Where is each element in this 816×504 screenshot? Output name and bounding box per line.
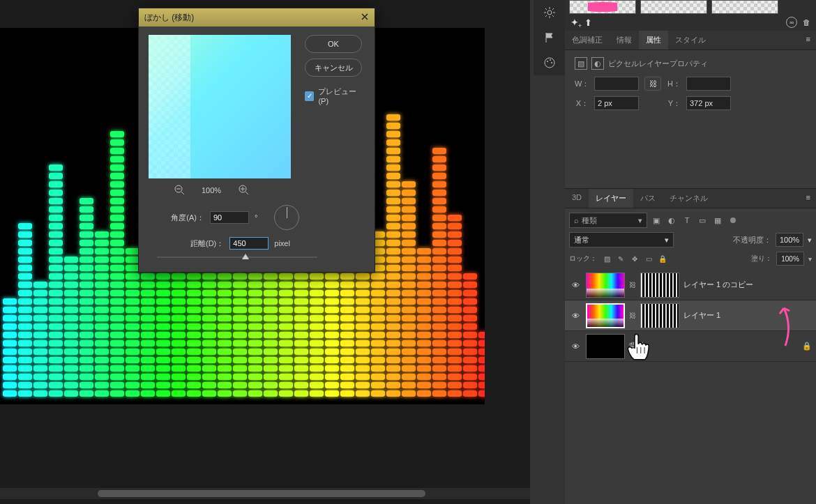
visibility-icon[interactable]: 👁 (569, 281, 582, 289)
zoom-in-icon[interactable] (238, 184, 249, 197)
svg-point-7 (547, 10, 552, 15)
properties-header: ピクセルレイヤープロパティ (608, 59, 708, 69)
tab-layers[interactable]: レイヤー (589, 189, 633, 208)
height-input[interactable] (686, 77, 731, 91)
layer-thumbnail[interactable] (586, 273, 625, 298)
distance-slider[interactable] (157, 257, 317, 258)
layer-filter-bar: ⌕ 種類 ▾ ▣ ◐ T ▭ ▦ (565, 208, 816, 232)
tab-style[interactable]: スタイル (668, 31, 713, 49)
trash-icon[interactable]: 🗑 (803, 18, 810, 26)
layer-item[interactable]: 👁 背景 🔒 (565, 331, 816, 362)
library-toolbar: ✦+ ⬆ ∞ 🗑 (565, 14, 816, 31)
lock-label: ロック： (569, 254, 597, 264)
angle-input[interactable] (210, 211, 249, 224)
motion-blur-dialog: ぼかし (移動) 100% 角度(A)： ° 距離(D)： pixel OK キ… (138, 8, 375, 273)
distance-unit: pixel (274, 239, 290, 247)
svg-point-10 (550, 59, 551, 61)
lock-transparency-icon[interactable]: ▨ (601, 253, 612, 264)
svg-line-4 (245, 192, 248, 194)
link-mask-icon[interactable]: ⛓ (629, 281, 636, 289)
filter-image-icon[interactable]: ▣ (650, 214, 663, 227)
ok-button[interactable]: OK (305, 35, 362, 53)
y-input[interactable] (686, 96, 731, 110)
y-label: Y： (667, 98, 681, 109)
panel-dock-icons (534, 0, 565, 75)
dialog-title: ぼかし (移動) (144, 12, 194, 24)
fill-value[interactable]: 100% (776, 252, 804, 266)
blend-mode-select[interactable]: 通常 ▾ (569, 232, 674, 247)
dialog-close-button[interactable] (361, 13, 369, 23)
fill-dropdown-icon[interactable]: ▾ (808, 255, 812, 263)
layer-filter-label: 種類 (582, 215, 597, 226)
visibility-icon[interactable]: 👁 (569, 312, 582, 320)
palette-icon[interactable] (534, 50, 565, 75)
tab-paths[interactable]: パス (633, 189, 663, 208)
mask-icon: ◐ (591, 57, 604, 70)
dialog-titlebar[interactable]: ぼかし (移動) (139, 8, 375, 26)
x-input[interactable] (594, 96, 639, 110)
panel-menu-icon[interactable]: ≡ (801, 31, 816, 49)
lock-artboard-icon[interactable]: ▭ (643, 253, 654, 264)
layer-name[interactable]: レイヤー 1 のコピー (683, 280, 753, 290)
visibility-icon[interactable]: 👁 (569, 342, 582, 351)
panel-menu-icon[interactable]: ≡ (801, 189, 816, 208)
link-mask-icon[interactable]: ⛓ (629, 312, 636, 319)
mask-thumbnail[interactable] (640, 273, 679, 298)
lock-all-icon[interactable]: 🔒 (657, 253, 668, 264)
layer-thumbnail[interactable] (586, 303, 625, 328)
layers-tabs: 3D レイヤー パス チャンネル ≡ (565, 188, 816, 208)
tab-3d[interactable]: 3D (565, 189, 589, 208)
canvas-horizontal-scrollbar[interactable] (0, 488, 530, 499)
flag-icon[interactable] (534, 25, 565, 50)
svg-point-11 (551, 62, 552, 63)
preview-checkbox-label: プレビュー(P) (318, 86, 365, 105)
tab-channels[interactable]: チャンネル (663, 189, 715, 208)
library-thumb[interactable] (711, 0, 778, 14)
blend-mode-value: 通常 (574, 235, 589, 245)
library-thumbnails (565, 0, 816, 14)
opacity-label: 不透明度： (733, 235, 771, 245)
filter-adjust-icon[interactable]: ◐ (665, 214, 678, 227)
filter-preview[interactable] (149, 35, 291, 178)
angle-unit: ° (255, 213, 257, 222)
layer-thumbnail[interactable] (586, 334, 625, 359)
filter-toggle[interactable] (727, 214, 739, 227)
properties-tabs: 色調補正 情報 属性 スタイル ≡ (565, 31, 816, 50)
upload-icon[interactable]: ⬆ (584, 17, 592, 28)
distance-label: 距離(D)： (190, 238, 224, 249)
lock-position-icon[interactable]: ✥ (629, 253, 640, 264)
layer-item[interactable]: 👁 ⛓ レイヤー 1 のコピー (565, 270, 816, 300)
properties-panel: ▧ ◐ ピクセルレイヤープロパティ W： ⛓ H： X： Y： (565, 50, 816, 110)
lock-icon: 🔒 (802, 342, 812, 351)
add-icon[interactable]: ✦+ (571, 17, 579, 28)
library-thumb[interactable] (569, 0, 636, 14)
tab-info[interactable]: 情報 (610, 31, 639, 49)
filter-shape-icon[interactable]: ▭ (696, 214, 709, 227)
svg-line-1 (181, 192, 184, 194)
opacity-dropdown-icon[interactable]: ▾ (808, 236, 812, 245)
gear-icon[interactable] (534, 0, 565, 25)
angle-dial[interactable] (274, 205, 299, 230)
filter-smart-icon[interactable]: ▦ (711, 214, 724, 227)
opacity-value[interactable]: 100% (776, 233, 803, 247)
search-icon: ⌕ (574, 216, 579, 224)
layer-filter-select[interactable]: ⌕ 種類 ▾ (569, 213, 647, 228)
link-wh-icon[interactable]: ⛓ (644, 77, 661, 91)
cloud-icon[interactable]: ∞ (786, 17, 797, 28)
tab-properties[interactable]: 属性 (639, 31, 668, 49)
mask-thumbnail[interactable] (640, 303, 679, 328)
layer-item[interactable]: 👁 ⛓ レイヤー 1 (565, 300, 816, 331)
distance-input[interactable] (229, 237, 269, 250)
zoom-out-icon[interactable] (174, 184, 185, 197)
filter-text-icon[interactable]: T (681, 214, 693, 227)
tab-color-correction[interactable]: 色調補正 (565, 31, 610, 49)
cancel-button[interactable]: キャンセル (305, 59, 362, 77)
pixel-layer-icon: ▧ (575, 57, 587, 70)
layer-name[interactable]: レイヤー 1 (683, 310, 720, 321)
preview-checkbox[interactable]: ✓ (305, 91, 314, 101)
width-input[interactable] (594, 77, 639, 91)
fill-label: 塗り： (751, 254, 772, 264)
library-thumb[interactable] (640, 0, 707, 14)
layer-name[interactable]: 背景 (629, 341, 644, 351)
lock-paint-icon[interactable]: ✎ (615, 253, 626, 264)
